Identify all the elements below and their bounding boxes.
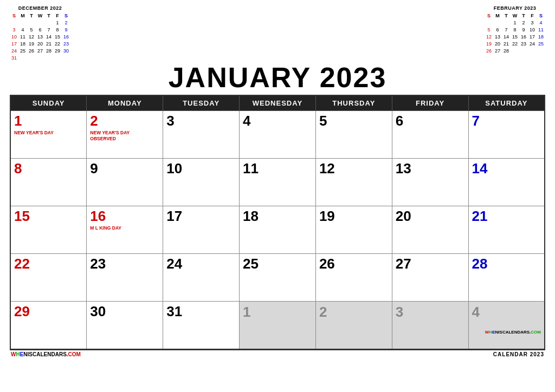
holiday-label: NEW YEAR'S DAY <box>14 130 83 136</box>
day-jan-6: 6 <box>392 111 468 159</box>
day-number: 7 <box>472 113 541 129</box>
day-number: 27 <box>396 256 465 272</box>
day-number: 21 <box>472 208 541 224</box>
day-jan-22: 22 <box>10 254 87 302</box>
mini-cal-prev: DECEMBER 2022 SMTWTFS 12 3456789 1011121… <box>10 5 70 61</box>
day-jan-23: 23 <box>87 254 163 302</box>
day-jan-16: 16 M L KING DAY <box>87 206 163 254</box>
day-number: 19 <box>319 208 389 224</box>
day-jan-17: 17 <box>163 206 240 254</box>
day-jan-12: 12 <box>315 159 392 206</box>
day-jan-11: 11 <box>240 159 316 206</box>
day-jan-19: 19 <box>315 206 392 254</box>
header-thursday: THURSDAY <box>315 95 392 111</box>
day-feb-4: 4 WHENISCALENDARS.COM <box>468 302 545 349</box>
day-jan-30: 30 <box>87 302 163 349</box>
day-number: 4 <box>243 113 312 129</box>
day-number: 15 <box>14 208 83 224</box>
day-feb-2: 2 <box>315 302 392 349</box>
day-number: 25 <box>243 256 312 272</box>
day-number: 24 <box>166 256 236 272</box>
day-number: 23 <box>90 256 159 272</box>
day-number: 17 <box>166 208 236 224</box>
mini-calendars-row: DECEMBER 2022 SMTWTFS 12 3456789 1011121… <box>10 5 545 61</box>
day-number: 2 <box>90 113 159 129</box>
day-jan-4: 4 <box>240 111 316 159</box>
day-jan-27: 27 <box>392 254 468 302</box>
day-feb-3: 3 <box>392 302 468 349</box>
day-number: 20 <box>396 208 465 224</box>
day-number: 31 <box>166 304 236 319</box>
day-jan-18: 18 <box>240 206 316 254</box>
day-jan-31: 31 <box>163 302 240 349</box>
header-saturday: SATURDAY <box>468 95 545 111</box>
day-jan-21: 21 <box>468 206 545 254</box>
day-jan-1: 1 NEW YEAR'S DAY <box>10 111 87 159</box>
brand-bottom-right: WHENISCALENDARS.COM <box>485 330 541 335</box>
day-number: 28 <box>472 256 541 272</box>
day-jan-2: 2 NEW YEAR'S DAYOBSERVED <box>87 111 163 159</box>
header-wednesday: WEDNESDAY <box>240 95 316 111</box>
day-jan-5: 5 <box>315 111 392 159</box>
footer-cal-label: CALENDAR 2023 <box>493 351 544 357</box>
week-row-1: 1 NEW YEAR'S DAY 2 NEW YEAR'S DAYOBSERVE… <box>10 111 545 159</box>
day-feb-1: 1 <box>240 302 316 349</box>
mini-cal-next: FEBRUARY 2023 SMTWTFS 1234 567891011 121… <box>485 5 545 61</box>
week-row-4: 22 23 24 25 26 27 28 <box>10 254 545 302</box>
calendar-page: DECEMBER 2022 SMTWTFS 12 3456789 1011121… <box>0 0 555 392</box>
day-jan-7: 7 <box>468 111 545 159</box>
day-number: 3 <box>396 304 403 320</box>
calendar-grid: SUNDAY MONDAY TUESDAY WEDNESDAY THURSDAY… <box>10 95 545 350</box>
day-number: 1 <box>243 304 250 320</box>
week-row-3: 15 16 M L KING DAY 17 18 19 20 <box>10 206 545 254</box>
day-jan-28: 28 <box>468 254 545 302</box>
day-jan-15: 15 <box>10 206 87 254</box>
holiday-label: M L KING DAY <box>90 225 159 231</box>
day-number: 6 <box>396 113 465 129</box>
day-jan-9: 9 <box>87 159 163 206</box>
day-number: 1 <box>14 113 83 129</box>
day-number: 18 <box>243 208 312 224</box>
day-jan-20: 20 <box>392 206 468 254</box>
week-row-5: 29 30 31 1 2 3 4 <box>10 302 545 349</box>
main-title: JANUARY 2023 <box>10 63 545 92</box>
header-sunday: SUNDAY <box>10 95 87 111</box>
day-number: 29 <box>14 304 83 319</box>
day-number: 9 <box>90 161 159 177</box>
holiday-label: NEW YEAR'S DAYOBSERVED <box>90 130 159 142</box>
day-number: 4 <box>472 304 480 320</box>
header-tuesday: TUESDAY <box>163 95 240 111</box>
day-number: 22 <box>14 256 83 272</box>
day-number: 13 <box>396 161 465 177</box>
mini-cal-next-title: FEBRUARY 2023 <box>485 5 545 11</box>
day-jan-26: 26 <box>315 254 392 302</box>
day-number: 3 <box>166 113 236 129</box>
header-monday: MONDAY <box>87 95 163 111</box>
day-number: 26 <box>319 256 389 272</box>
mini-cal-prev-title: DECEMBER 2022 <box>10 5 70 11</box>
day-jan-13: 13 <box>392 159 468 206</box>
header-friday: FRIDAY <box>392 95 468 111</box>
day-number: 12 <box>319 161 389 177</box>
day-jan-29: 29 <box>10 302 87 349</box>
day-jan-24: 24 <box>163 254 240 302</box>
day-number: 30 <box>90 304 159 319</box>
day-jan-25: 25 <box>240 254 316 302</box>
week-row-2: 8 9 10 11 12 13 14 <box>10 159 545 206</box>
day-jan-3: 3 <box>163 111 240 159</box>
day-number: 8 <box>14 161 83 177</box>
day-jan-8: 8 <box>10 159 87 206</box>
footer-row: WHENISCALENDARS.COM CALENDAR 2023 <box>10 350 545 358</box>
day-jan-10: 10 <box>163 159 240 206</box>
day-number: 2 <box>319 304 327 320</box>
day-number: 16 <box>90 208 159 224</box>
day-number: 5 <box>319 113 389 129</box>
day-jan-14: 14 <box>468 159 545 206</box>
day-number: 10 <box>166 161 236 177</box>
day-number: 14 <box>472 161 541 177</box>
footer-brand-left: WHENISCALENDARS.COM <box>11 351 81 357</box>
day-number: 11 <box>243 161 312 177</box>
